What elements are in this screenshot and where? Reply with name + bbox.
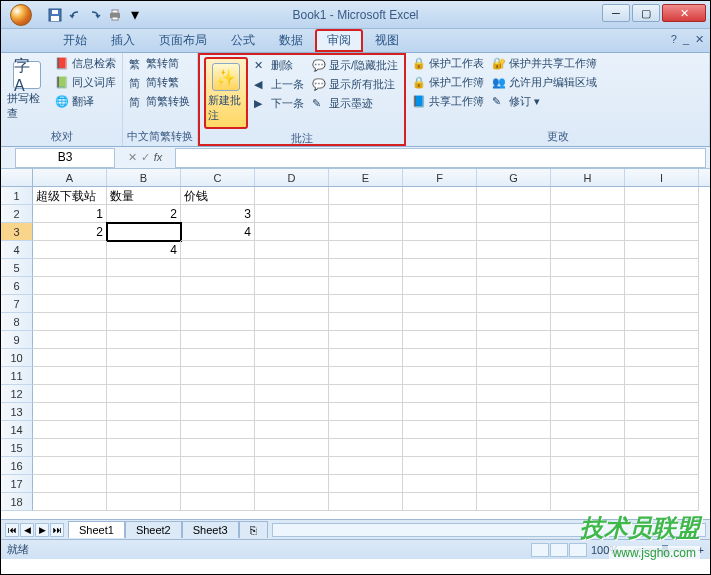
cell-B8[interactable] xyxy=(107,313,181,331)
fx-icon[interactable]: fx xyxy=(154,151,163,164)
cell-H9[interactable] xyxy=(551,331,625,349)
cell-D2[interactable] xyxy=(255,205,329,223)
cell-E13[interactable] xyxy=(329,403,403,421)
cell-H11[interactable] xyxy=(551,367,625,385)
cell-B14[interactable] xyxy=(107,421,181,439)
cell-I7[interactable] xyxy=(625,295,699,313)
cell-F8[interactable] xyxy=(403,313,477,331)
cell-C16[interactable] xyxy=(181,457,255,475)
col-B[interactable]: B xyxy=(107,169,181,186)
row-header[interactable]: 6 xyxy=(1,277,33,295)
cell-C15[interactable] xyxy=(181,439,255,457)
sheet-tab-1[interactable]: Sheet1 xyxy=(68,521,125,538)
track-changes-button[interactable]: ✎修订 ▾ xyxy=(490,93,599,110)
next-comment-button[interactable]: ▶下一条 xyxy=(252,95,306,112)
tab-formula[interactable]: 公式 xyxy=(219,29,267,52)
cell-I12[interactable] xyxy=(625,385,699,403)
cell-D11[interactable] xyxy=(255,367,329,385)
cell-G10[interactable] xyxy=(477,349,551,367)
prev-comment-button[interactable]: ◀上一条 xyxy=(252,76,306,93)
normal-view-button[interactable] xyxy=(531,543,549,557)
cell-H7[interactable] xyxy=(551,295,625,313)
page-layout-view-button[interactable] xyxy=(550,543,568,557)
cell-F5[interactable] xyxy=(403,259,477,277)
cell-H13[interactable] xyxy=(551,403,625,421)
cell-I10[interactable] xyxy=(625,349,699,367)
cell-I9[interactable] xyxy=(625,331,699,349)
save-icon[interactable] xyxy=(47,7,63,23)
row-header[interactable]: 17 xyxy=(1,475,33,493)
protect-share-button[interactable]: 🔐保护并共享工作簿 xyxy=(490,55,599,72)
cell-E18[interactable] xyxy=(329,493,403,511)
page-break-view-button[interactable] xyxy=(569,543,587,557)
cell-F16[interactable] xyxy=(403,457,477,475)
cell-E11[interactable] xyxy=(329,367,403,385)
cell-C1[interactable]: 价钱 xyxy=(181,187,255,205)
cell-A15[interactable] xyxy=(33,439,107,457)
cell-B7[interactable] xyxy=(107,295,181,313)
minimize-button[interactable]: ─ xyxy=(602,4,630,22)
cell-I5[interactable] xyxy=(625,259,699,277)
last-sheet-button[interactable]: ⏭ xyxy=(50,523,64,537)
row-header[interactable]: 7 xyxy=(1,295,33,313)
cell-G15[interactable] xyxy=(477,439,551,457)
zoom-slider[interactable] xyxy=(634,548,694,552)
cell-D6[interactable] xyxy=(255,277,329,295)
conv-button[interactable]: 简简繁转换 xyxy=(127,93,192,110)
cell-C12[interactable] xyxy=(181,385,255,403)
cell-B12[interactable] xyxy=(107,385,181,403)
cell-D13[interactable] xyxy=(255,403,329,421)
close-button[interactable]: ✕ xyxy=(662,4,706,22)
cell-G3[interactable] xyxy=(477,223,551,241)
cell-B4[interactable]: 4 xyxy=(107,241,181,259)
cell-E3[interactable] xyxy=(329,223,403,241)
cell-I3[interactable] xyxy=(625,223,699,241)
cell-H12[interactable] xyxy=(551,385,625,403)
cell-F1[interactable] xyxy=(403,187,477,205)
cell-D8[interactable] xyxy=(255,313,329,331)
zoom-out-button[interactable]: − xyxy=(623,544,629,556)
cell-G17[interactable] xyxy=(477,475,551,493)
cell-E6[interactable] xyxy=(329,277,403,295)
row-header[interactable]: 13 xyxy=(1,403,33,421)
confirm-formula-icon[interactable]: ✓ xyxy=(141,151,150,164)
sheet-tab-2[interactable]: Sheet2 xyxy=(125,521,182,538)
cell-G11[interactable] xyxy=(477,367,551,385)
col-A[interactable]: A xyxy=(33,169,107,186)
cell-G7[interactable] xyxy=(477,295,551,313)
cell-H5[interactable] xyxy=(551,259,625,277)
cell-F4[interactable] xyxy=(403,241,477,259)
cell-C3[interactable]: 4 xyxy=(181,223,255,241)
translate-button[interactable]: 🌐翻译 xyxy=(53,93,118,110)
cell-A13[interactable] xyxy=(33,403,107,421)
row-header[interactable]: 16 xyxy=(1,457,33,475)
cell-B13[interactable] xyxy=(107,403,181,421)
cell-B9[interactable] xyxy=(107,331,181,349)
cell-C4[interactable] xyxy=(181,241,255,259)
col-H[interactable]: H xyxy=(551,169,625,186)
cell-D12[interactable] xyxy=(255,385,329,403)
cell-D16[interactable] xyxy=(255,457,329,475)
col-I[interactable]: I xyxy=(625,169,699,186)
cell-I1[interactable] xyxy=(625,187,699,205)
tab-insert[interactable]: 插入 xyxy=(99,29,147,52)
row-header[interactable]: 8 xyxy=(1,313,33,331)
sc-button[interactable]: 繁繁转简 xyxy=(127,55,192,72)
cell-I8[interactable] xyxy=(625,313,699,331)
row-header[interactable]: 12 xyxy=(1,385,33,403)
cell-A10[interactable] xyxy=(33,349,107,367)
cell-I11[interactable] xyxy=(625,367,699,385)
cell-G12[interactable] xyxy=(477,385,551,403)
col-G[interactable]: G xyxy=(477,169,551,186)
cell-A14[interactable] xyxy=(33,421,107,439)
cell-F12[interactable] xyxy=(403,385,477,403)
cell-F9[interactable] xyxy=(403,331,477,349)
col-E[interactable]: E xyxy=(329,169,403,186)
spell-check-button[interactable]: 字A 拼写检查 xyxy=(5,55,49,127)
showall-comment-button[interactable]: 💬显示所有批注 xyxy=(310,76,400,93)
qat-dropdown-icon[interactable]: ▾ xyxy=(127,7,143,23)
cell-H10[interactable] xyxy=(551,349,625,367)
new-comment-button[interactable]: ✨ 新建批注 xyxy=(204,57,248,129)
thesaurus-button[interactable]: 📗同义词库 xyxy=(53,74,118,91)
cell-D9[interactable] xyxy=(255,331,329,349)
